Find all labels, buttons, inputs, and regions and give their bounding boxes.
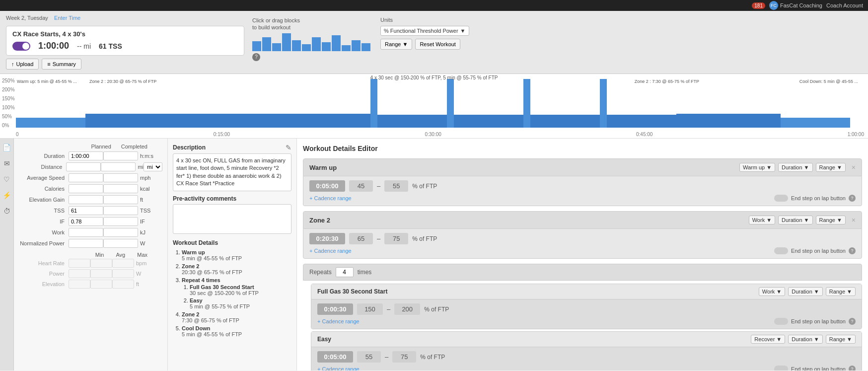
if-planned[interactable] xyxy=(69,217,103,226)
upload-button[interactable]: ↑ Upload xyxy=(6,59,39,70)
reset-workout-button[interactable]: Reset Workout xyxy=(415,39,460,50)
warmup-high-input[interactable] xyxy=(384,180,408,192)
elevation-planned[interactable] xyxy=(69,195,103,204)
fullgas-cadence-link[interactable]: + Cadence range xyxy=(317,318,360,324)
palette-block[interactable] xyxy=(302,44,311,51)
palette-block[interactable] xyxy=(312,37,321,51)
elev-min[interactable] xyxy=(69,280,90,289)
warmup-lap-switch[interactable] xyxy=(774,195,788,202)
warmup-close-btn[interactable]: × xyxy=(852,163,856,171)
sidebar-icon-mail[interactable]: ✉ xyxy=(2,158,12,168)
sidebar-icon-file[interactable]: 📄 xyxy=(2,143,12,152)
easy-time-input[interactable] xyxy=(317,351,353,363)
distance-planned[interactable] xyxy=(66,162,101,171)
palette-block[interactable] xyxy=(332,35,341,51)
palette-block[interactable] xyxy=(342,45,351,51)
zone2-low-input[interactable] xyxy=(349,233,373,244)
warmup-help-icon[interactable]: ? xyxy=(849,195,856,202)
work-planned[interactable] xyxy=(69,228,103,237)
duration-planned[interactable] xyxy=(69,151,103,160)
fullgas-lap-switch[interactable] xyxy=(774,318,788,325)
npower-planned[interactable] xyxy=(69,239,103,248)
hr-avg[interactable] xyxy=(90,259,112,268)
zone2-type-select[interactable]: Work ▼ xyxy=(749,216,775,224)
fullgas-help-icon[interactable]: ? xyxy=(849,318,856,325)
fullgas-range-select[interactable]: Range ▼ xyxy=(826,287,856,296)
fullgas-measure-select[interactable]: Duration ▼ xyxy=(788,287,822,296)
distance-completed[interactable] xyxy=(101,162,136,171)
warmup-low-input[interactable] xyxy=(349,180,373,192)
breadcrumb-enter-time[interactable]: Enter Time xyxy=(54,15,80,21)
wd-sublabel-2: Easy xyxy=(190,297,203,303)
palette-block[interactable] xyxy=(252,41,261,51)
hr-min[interactable] xyxy=(69,259,90,268)
easy-high-input[interactable] xyxy=(392,351,416,363)
zone2-range-select[interactable]: Range ▼ xyxy=(816,216,846,224)
elev-avg[interactable] xyxy=(90,280,112,289)
hr-max[interactable] xyxy=(112,259,134,268)
easy-low-input[interactable] xyxy=(357,351,381,363)
power-max[interactable] xyxy=(112,269,134,278)
summary-button[interactable]: ≡ Summary xyxy=(42,59,81,70)
power-avg[interactable] xyxy=(90,269,112,278)
zone2-lap-switch[interactable] xyxy=(774,247,788,254)
toggle-switch[interactable] xyxy=(12,42,30,51)
preactivity-textarea[interactable] xyxy=(173,204,291,234)
palette-block[interactable] xyxy=(352,40,361,51)
palette-block[interactable] xyxy=(272,43,281,51)
coach-name[interactable]: FasCat Coaching xyxy=(780,2,822,8)
fullgas-type-select[interactable]: Work ▼ xyxy=(759,287,785,296)
palette-block[interactable] xyxy=(322,42,331,51)
palette-blocks[interactable] xyxy=(252,33,370,51)
tss-planned[interactable] xyxy=(69,206,103,215)
fullgas-time-input[interactable] xyxy=(317,303,353,315)
tss-completed[interactable] xyxy=(103,206,138,215)
easy-lap-switch[interactable] xyxy=(774,366,788,371)
npower-completed[interactable] xyxy=(103,239,138,248)
palette-block[interactable] xyxy=(262,37,271,51)
warmup-range-select[interactable]: Range ▼ xyxy=(816,163,846,172)
repeats-count-input[interactable] xyxy=(336,267,354,277)
distance-unit-select[interactable]: mi xyxy=(144,162,162,171)
zone2-close-btn[interactable]: × xyxy=(852,216,856,224)
power-min[interactable] xyxy=(69,269,90,278)
avgspeed-completed[interactable] xyxy=(103,173,138,182)
zone2-measure-select[interactable]: Duration ▼ xyxy=(778,216,812,224)
calories-completed[interactable] xyxy=(103,184,138,193)
duration-completed[interactable] xyxy=(103,151,138,160)
warmup-time-input[interactable] xyxy=(309,180,345,192)
palette-block[interactable] xyxy=(292,40,301,51)
x-label-60: 1:00:00 xyxy=(848,132,864,137)
palette-block[interactable] xyxy=(282,33,291,51)
zone2-time-input[interactable] xyxy=(309,233,345,244)
easy-type-select[interactable]: Recover ▼ xyxy=(751,335,785,344)
range-button[interactable]: Range ▼ xyxy=(380,39,412,50)
account-link[interactable]: Coach Account xyxy=(826,2,863,8)
zone2-high-input[interactable] xyxy=(384,233,408,244)
sidebar-icon-lightning[interactable]: ⚡ xyxy=(2,190,12,200)
edit-icon[interactable]: ✎ xyxy=(286,144,291,151)
elevation-completed[interactable] xyxy=(103,195,138,204)
units-select[interactable]: % Functional Threshold Power ▼ xyxy=(380,26,469,36)
easy-cadence-link[interactable]: + Cadence range xyxy=(317,366,360,371)
notification-badge[interactable]: 181 xyxy=(752,2,765,9)
avgspeed-planned[interactable] xyxy=(69,173,103,182)
work-completed[interactable] xyxy=(103,228,138,237)
sidebar-icon-clock[interactable]: ⏱ xyxy=(2,206,12,216)
zone2-help-icon[interactable]: ? xyxy=(849,247,856,254)
calories-planned[interactable] xyxy=(69,184,103,193)
elev-max[interactable] xyxy=(112,280,134,289)
easy-range-select[interactable]: Range ▼ xyxy=(826,335,856,344)
warmup-type-select[interactable]: Warm up ▼ xyxy=(739,163,775,172)
fullgas-high-input[interactable] xyxy=(394,303,420,315)
warmup-measure-select[interactable]: Duration ▼ xyxy=(778,163,812,172)
easy-measure-select[interactable]: Duration ▼ xyxy=(788,335,822,344)
if-completed[interactable] xyxy=(103,217,138,226)
fullgas-low-input[interactable] xyxy=(357,303,383,315)
help-icon[interactable]: ? xyxy=(252,53,260,61)
easy-help-icon[interactable]: ? xyxy=(849,366,856,371)
warmup-cadence-link[interactable]: + Cadence range xyxy=(309,195,352,201)
sidebar-icon-heart[interactable]: ♡ xyxy=(2,174,12,184)
zone2-cadence-link[interactable]: + Cadence range xyxy=(309,248,352,254)
palette-block[interactable] xyxy=(362,43,370,51)
